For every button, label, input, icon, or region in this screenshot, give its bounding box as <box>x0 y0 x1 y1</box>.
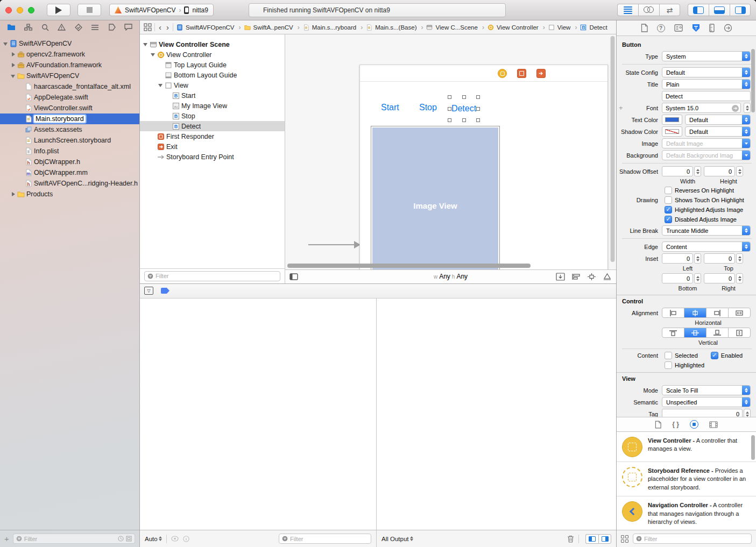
disclosure-triangle-icon[interactable] <box>158 83 163 88</box>
align-fill-vertical-button[interactable] <box>729 328 750 337</box>
shadow-offset-width-stepper[interactable] <box>694 166 701 176</box>
outline-filter-field[interactable] <box>144 271 280 281</box>
resize-handle[interactable] <box>462 118 466 122</box>
library-scrollbar[interactable] <box>751 435 755 460</box>
symbol-navigator-icon[interactable] <box>24 24 32 31</box>
variables-filter-input[interactable] <box>290 536 368 542</box>
toggle-navigator-button[interactable] <box>688 4 709 16</box>
outline-row-exit[interactable]: Exit <box>140 141 285 152</box>
tree-row-file[interactable]: LaunchScreen.storyboard <box>0 135 139 146</box>
enabled-checkbox[interactable] <box>711 352 718 359</box>
library-filter-field[interactable] <box>633 534 752 544</box>
identity-inspector-icon[interactable] <box>674 24 683 32</box>
minimize-window-button[interactable] <box>17 7 23 13</box>
tree-row-framework[interactable]: AVFoundation.framework <box>0 60 139 70</box>
highlighted-adjusts-checkbox[interactable] <box>665 206 672 214</box>
outline-filter-input[interactable] <box>156 273 277 279</box>
console-scope-popup[interactable]: All Output <box>381 536 413 542</box>
resize-handle[interactable] <box>462 95 466 99</box>
toggle-utilities-button[interactable] <box>730 4 751 16</box>
inset-left-stepper[interactable] <box>694 253 701 264</box>
size-inspector-icon[interactable] <box>709 24 715 32</box>
disclosure-triangle-icon[interactable] <box>151 52 156 57</box>
tree-row-file-selected[interactable]: Main.storyboard <box>0 113 139 124</box>
button-title-field[interactable]: Detect <box>662 91 751 101</box>
text-color-popup[interactable]: Default <box>685 115 751 125</box>
library-item-view-controller[interactable]: View Controller - A controller that mana… <box>617 432 756 462</box>
file-inspector-icon[interactable] <box>641 24 648 32</box>
inset-top-field[interactable]: 0 <box>704 253 735 264</box>
shadow-offset-width-field[interactable]: 0 <box>662 166 693 176</box>
tree-row-file[interactable]: AppDelegate.swift <box>0 92 139 103</box>
media-library-icon[interactable] <box>709 421 718 428</box>
breadcrumb-storyboard[interactable]: Main.s...ryboard <box>302 24 363 31</box>
align-icon[interactable] <box>571 273 581 281</box>
quick-help-inspector-icon[interactable] <box>657 24 665 32</box>
resize-handle[interactable] <box>448 95 451 99</box>
library-grid-view-icon[interactable] <box>621 535 628 543</box>
disclosure-triangle-icon[interactable] <box>11 63 16 68</box>
resize-handle[interactable] <box>476 118 480 122</box>
info-icon[interactable] <box>183 536 189 542</box>
disclosure-triangle-icon[interactable] <box>11 192 16 197</box>
test-navigator-icon[interactable] <box>75 24 82 31</box>
canvas-detect-button[interactable]: Detect <box>451 104 476 113</box>
outline-row-bottom-layout-guide[interactable]: Bottom Layout Guide <box>140 70 285 80</box>
hide-debug-area-button[interactable]: ▽ <box>144 287 153 295</box>
tree-row-file[interactable]: haarcascade_frontalface_alt.xml <box>0 81 139 92</box>
disabled-adjusts-checkbox[interactable] <box>665 216 672 223</box>
font-field[interactable]: System 15.0➜ <box>662 103 741 113</box>
breadcrumb-button[interactable]: Detect <box>580 24 611 31</box>
outline-row-entry-point[interactable]: Storyboard Entry Point <box>140 152 285 162</box>
selected-checkbox[interactable] <box>665 352 672 359</box>
image-combo[interactable]: Default Image <box>662 138 751 148</box>
console-body[interactable] <box>377 299 616 530</box>
find-navigator-icon[interactable] <box>41 24 49 31</box>
breadcrumb-view[interactable]: View <box>548 24 577 31</box>
issue-navigator-icon[interactable] <box>58 24 66 31</box>
tree-row-file[interactable]: ViewController.swift <box>0 103 139 113</box>
stop-button[interactable] <box>77 4 101 16</box>
navigator-filter-field[interactable] <box>13 534 135 544</box>
disclosure-triangle-icon[interactable] <box>143 42 148 47</box>
breadcrumb-view-controller[interactable]: View Controller <box>487 24 545 31</box>
zoom-window-button[interactable] <box>28 7 34 13</box>
navigator-filter-input[interactable] <box>24 536 116 542</box>
standard-editor-button[interactable] <box>617 4 638 16</box>
related-items-icon[interactable] <box>144 23 152 31</box>
inset-right-stepper[interactable] <box>736 273 743 283</box>
shadow-color-popup[interactable]: Default <box>685 126 751 137</box>
outline-row-first-responder[interactable]: First Responder <box>140 131 285 141</box>
go-forward-button[interactable]: › <box>165 23 170 31</box>
breadcrumb-storyboard-base[interactable]: Main.s...(Base) <box>365 24 423 31</box>
breadcrumb-scene[interactable]: View C...Scene <box>426 24 484 31</box>
tree-row-file[interactable]: Info.plist <box>0 146 139 157</box>
exit-dock-icon[interactable] <box>536 69 546 78</box>
outline-row-image-view[interactable]: My Image View <box>140 101 285 111</box>
canvas-stop-button[interactable]: Stop <box>419 103 437 112</box>
recent-files-clock-icon[interactable] <box>118 536 124 542</box>
unsaved-files-icon[interactable] <box>126 536 132 542</box>
disclosure-triangle-icon[interactable] <box>3 41 8 46</box>
align-center-button[interactable] <box>684 308 706 317</box>
run-button[interactable] <box>47 4 70 16</box>
variables-view-body[interactable] <box>140 299 376 530</box>
breadcrumb-group[interactable]: SwiftA..penCV <box>244 24 300 31</box>
title-popup[interactable]: Plain <box>662 79 751 89</box>
object-library-icon[interactable] <box>690 420 698 429</box>
tree-row-group[interactable]: SwiftAVFOpenCV <box>0 70 139 81</box>
update-frames-icon[interactable] <box>556 273 565 281</box>
outline-row-top-layout-guide[interactable]: Top Layout Guide <box>140 60 285 70</box>
resize-handle[interactable] <box>448 107 451 111</box>
tag-stepper[interactable] <box>744 409 751 417</box>
library-filter-input[interactable] <box>644 536 748 542</box>
align-bottom-button[interactable] <box>706 328 729 337</box>
scheme-selector[interactable]: SwiftAVFOpenCV › nitta9 <box>109 4 214 16</box>
inset-left-field[interactable]: 0 <box>662 253 693 264</box>
tree-row-file[interactable]: SwiftAVFOpenC...ridging-Header.h <box>0 178 139 189</box>
library-item-storyboard-reference[interactable]: Storyboard Reference - Provides a placeh… <box>617 462 756 496</box>
toggle-debug-area-button[interactable] <box>709 4 730 16</box>
view-controller-dock-icon[interactable] <box>498 69 507 78</box>
canvas-start-button[interactable]: Start <box>381 103 399 112</box>
inset-bottom-field[interactable]: 0 <box>662 273 693 283</box>
